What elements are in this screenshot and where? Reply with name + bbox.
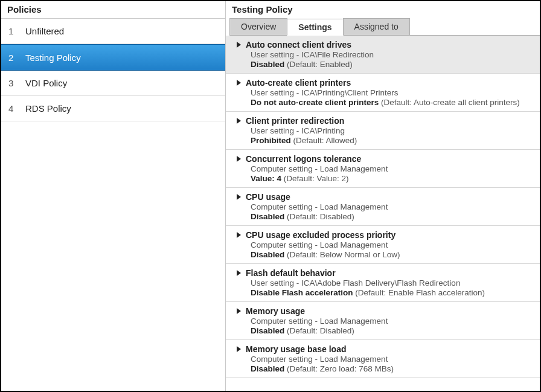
tab-overview[interactable]: Overview xyxy=(229,18,287,35)
setting-title: CPU usage excluded process priority xyxy=(246,230,395,240)
setting-row[interactable]: Auto-create client printersUser setting … xyxy=(226,74,540,112)
expand-icon[interactable] xyxy=(237,270,241,276)
setting-path: Computer setting - Load Management xyxy=(237,240,535,249)
setting-path: User setting - ICA\Printing\Client Print… xyxy=(237,88,535,97)
tab-settings[interactable]: Settings xyxy=(287,19,343,36)
policy-item-unfiltered[interactable]: 1 Unfiltered xyxy=(1,19,225,44)
details-header: Testing Policy xyxy=(226,1,540,18)
setting-title: Memory usage base load xyxy=(246,344,347,354)
setting-value: Prohibited (Default: Allowed) xyxy=(237,136,535,145)
setting-row[interactable]: CPU usageComputer setting - Load Managem… xyxy=(226,188,540,226)
setting-path: User setting - ICA\Printing xyxy=(237,126,535,135)
setting-title: Client printer redirection xyxy=(246,116,344,126)
policy-label: VDI Policy xyxy=(25,78,67,88)
setting-value: Disabled (Default: Disabled) xyxy=(237,326,535,335)
setting-row[interactable]: Concurrent logons toleranceComputer sett… xyxy=(226,150,540,188)
expand-icon[interactable] xyxy=(237,232,241,238)
policy-label: Unfiltered xyxy=(25,26,64,36)
setting-row[interactable]: Auto connect client drivesUser setting -… xyxy=(226,36,540,74)
setting-path: Computer setting - Load Management xyxy=(237,164,535,173)
setting-value: Disabled (Default: Enabled) xyxy=(237,60,535,69)
expand-icon[interactable] xyxy=(237,118,241,124)
policy-index: 1 xyxy=(8,26,25,36)
policy-list: 1 Unfiltered 2 Testing Policy 3 VDI Poli… xyxy=(1,18,225,121)
setting-value: Disabled (Default: Zero load: 768 MBs) xyxy=(237,364,535,373)
details-pane: Testing Policy Overview Settings Assigne… xyxy=(226,1,540,391)
setting-value: Disable Flash acceleration (Default: Ena… xyxy=(237,288,535,297)
setting-title: Auto connect client drives xyxy=(246,40,351,50)
setting-value: Disabled (Default: Below Normal or Low) xyxy=(237,250,535,259)
tab-assigned[interactable]: Assigned to xyxy=(343,18,410,35)
setting-path: Computer setting - Load Management xyxy=(237,316,535,326)
expand-icon[interactable] xyxy=(237,308,241,314)
settings-list: Auto connect client drivesUser setting -… xyxy=(226,36,540,391)
tab-bar: Overview Settings Assigned to xyxy=(229,18,540,36)
setting-title: Flash default behavior xyxy=(246,268,336,278)
policy-index: 4 xyxy=(8,103,25,114)
policies-pane: Policies 1 Unfiltered 2 Testing Policy 3… xyxy=(1,1,226,391)
setting-row[interactable]: Memory usage base loadComputer setting -… xyxy=(226,340,540,378)
policy-index: 2 xyxy=(8,53,25,63)
setting-row[interactable]: Flash default behaviorUser setting - ICA… xyxy=(226,264,540,302)
setting-value: Value: 4 (Default: Value: 2) xyxy=(237,174,535,183)
policy-label: Testing Policy xyxy=(25,53,81,63)
policy-label: RDS Policy xyxy=(25,103,71,114)
setting-title: Memory usage xyxy=(246,306,305,316)
expand-icon[interactable] xyxy=(237,80,241,86)
expand-icon[interactable] xyxy=(237,42,241,48)
setting-title: CPU usage xyxy=(246,192,290,202)
expand-icon[interactable] xyxy=(237,156,241,162)
setting-title: Auto-create client printers xyxy=(246,78,351,88)
setting-path: User setting - ICA\File Redirection xyxy=(237,50,535,59)
setting-row[interactable]: Memory usageComputer setting - Load Mana… xyxy=(226,302,540,340)
policy-item-rds[interactable]: 4 RDS Policy xyxy=(1,96,225,121)
expand-icon[interactable] xyxy=(237,194,241,200)
setting-row[interactable]: CPU usage excluded process priorityCompu… xyxy=(226,226,540,264)
setting-title: Concurrent logons tolerance xyxy=(246,154,361,164)
setting-path: Computer setting - Load Management xyxy=(237,202,535,211)
policy-item-vdi[interactable]: 3 VDI Policy xyxy=(1,71,225,96)
setting-value: Do not auto-create client printers (Defa… xyxy=(237,98,535,107)
setting-row[interactable]: Client printer redirectionUser setting -… xyxy=(226,112,540,150)
policy-item-testing[interactable]: 2 Testing Policy xyxy=(1,44,225,71)
setting-path: Computer setting - Load Management xyxy=(237,355,535,364)
setting-value: Disabled (Default: Disabled) xyxy=(237,212,535,221)
setting-path: User setting - ICA\Adobe Flash Delivery\… xyxy=(237,278,535,288)
policies-header: Policies xyxy=(1,1,225,18)
expand-icon[interactable] xyxy=(237,346,241,352)
policy-index: 3 xyxy=(8,78,25,88)
